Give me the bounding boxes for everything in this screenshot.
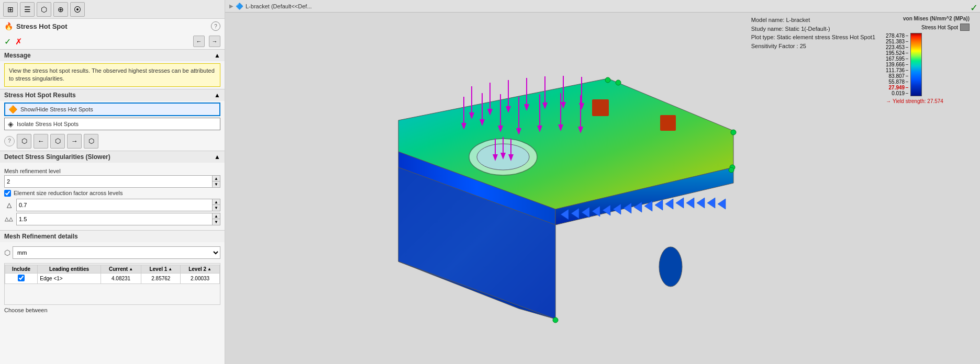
tick-8 (906, 82, 908, 82)
mesh-details-title: Mesh Refinement details (4, 233, 78, 240)
breadcrumb-bar: ▶ 🔷 L-bracket (Default<<Def... (225, 0, 980, 13)
spin-down-3[interactable]: ▼ (213, 219, 220, 225)
mesh-details-header: Mesh Refinement details (0, 231, 225, 242)
col-current: Current▲ (101, 265, 141, 273)
toolbar: ⊞ ☰ ⬡ ⊕ ⦿ (0, 0, 225, 19)
isolate-hotspots-button[interactable]: ◈ Isolate Stress Hot Spots (4, 118, 220, 130)
detect-section-header[interactable]: Detect Stress Singularities (Slower) ▲ (0, 151, 225, 163)
nav-icon-2[interactable]: ⬡ (50, 134, 65, 149)
multiplier-input[interactable] (16, 213, 212, 225)
element-size-input[interactable] (16, 199, 212, 211)
toolbar-btn-1[interactable]: ⊞ (3, 2, 18, 17)
unit-dropdown-row: ⬡ mm cm m in (0, 244, 225, 261)
spin-down-2[interactable]: ▼ (213, 205, 220, 211)
element-size-input-row: ▲ ▼ (16, 199, 220, 211)
cell-include[interactable] (5, 273, 38, 283)
multiplier-spinner: ▲ ▼ (212, 213, 220, 225)
cell-level2: 2.00033 (181, 273, 220, 283)
mesh-details-section: Mesh Refinement details ⬡ mm cm m in Inc… (0, 230, 225, 305)
nav-icon-1[interactable]: ⬡ (17, 134, 31, 149)
element-size-spinner: ▲ ▼ (212, 199, 220, 211)
tick-0 (906, 36, 908, 36)
cancel-button[interactable]: ✗ (15, 37, 22, 47)
tri-multi-icon: △△ (4, 214, 14, 224)
svg-point-46 (616, 80, 621, 85)
table-row: Edge <1> 4.08231 2.85762 2.00033 (5, 273, 220, 283)
yield-strength-row: → Yield strength: 27.574 (886, 98, 970, 104)
left-panel: ⊞ ☰ ⬡ ⊕ ⦿ 🔥 Stress Hot Spot ? ✓ ✗ ← → Me… (0, 0, 225, 364)
toolbar-btn-3[interactable]: ⬡ (37, 2, 51, 17)
cell-current: 4.08231 (101, 273, 141, 283)
col-level1: Level 1▲ (141, 265, 181, 273)
toolbar-btn-5[interactable]: ⦿ (70, 2, 85, 17)
message-section-header[interactable]: Message ▲ (0, 50, 225, 61)
svg-marker-61 (665, 199, 673, 209)
hotspot-label: Stress Hot Spot (921, 25, 958, 30)
element-size-checkbox-row: Element size reduction factor across lev… (4, 190, 220, 197)
element-size-checkbox[interactable] (4, 190, 11, 197)
svg-marker-62 (676, 198, 684, 208)
nav-help-circle[interactable]: ? (4, 136, 15, 146)
hotspot-collapse-icon: ▲ (214, 92, 220, 99)
3d-model-area (225, 13, 875, 364)
show-hide-hotspots-button[interactable]: 🔶 Show/Hide Stress Hot Spots (4, 103, 220, 116)
col-include: Include (5, 265, 38, 273)
spin-up-2[interactable]: ▲ (213, 199, 220, 206)
svg-marker-66 (718, 199, 726, 209)
row-checkbox[interactable] (18, 275, 25, 281)
toolbar-btn-2[interactable]: ☰ (20, 2, 35, 17)
nav-icons-row: ? ⬡ ← ⬡ → ⬡ (0, 132, 225, 151)
gradient-bar (910, 33, 922, 96)
legend-val-4: 167.595 (886, 56, 908, 62)
detect-section-title: Detect Stress Singularities (Slower) (4, 153, 110, 161)
hotspot-results-section: Stress Hot Spot Results ▲ 🔶 Show/Hide St… (0, 89, 225, 151)
help-icon[interactable]: ? (211, 21, 220, 31)
spin-down[interactable]: ▼ (213, 181, 220, 187)
detect-section: Detect Stress Singularities (Slower) ▲ M… (0, 151, 225, 230)
element-size-label: Element size reduction factor across lev… (14, 190, 122, 196)
unit-select[interactable]: mm cm m in (13, 246, 220, 259)
nav-icon-back[interactable]: ← (34, 134, 48, 149)
legend-val-7: 83.807 (889, 73, 909, 79)
show-hide-icon: 🔶 (8, 105, 17, 113)
isolate-icon: ◈ (8, 120, 14, 128)
legend-val-2: 223.453 (886, 44, 908, 50)
nav-icon-forward[interactable]: → (67, 134, 82, 149)
svg-point-8 (659, 247, 682, 287)
yield-arrow-icon: → (886, 98, 891, 104)
hotspot-color-box (960, 24, 970, 31)
tick-3 (906, 53, 908, 53)
viewport: ▶ 🔷 L-bracket (Default<<Def... Model nam… (225, 0, 980, 364)
panel-header: 🔥 Stress Hot Spot ? (0, 19, 225, 33)
tick-4 (906, 59, 908, 59)
legend-values: 278.478 251.383 223.453 195.524 167.595 (886, 33, 909, 96)
viewport-checkmark: ✓ (970, 2, 978, 14)
action-row: ✓ ✗ ← → (0, 33, 225, 49)
tick-1 (906, 41, 908, 42)
col-level2: Level 2▲ (181, 265, 220, 273)
nav-back-button[interactable]: ← (193, 36, 205, 47)
legend-title: von Mises (N/mm^2 (MPa)) (886, 16, 970, 21)
message-text: View the stress hot spot results. The ob… (4, 63, 220, 87)
panel-icon: 🔥 (4, 22, 13, 30)
gradient-row: 278.478 251.383 223.453 195.524 167.595 (886, 33, 970, 96)
mesh-table: Include Leading entities Current▲ Level … (5, 265, 220, 284)
mesh-refinement-input-row: ▲ ▼ (4, 175, 220, 188)
nav-forward-button[interactable]: → (209, 36, 220, 47)
svg-rect-10 (660, 115, 676, 131)
message-section: Message ▲ View the stress hot spot resul… (0, 49, 225, 89)
nav-icon-3[interactable]: ⬡ (84, 134, 98, 149)
hotspot-results-header[interactable]: Stress Hot Spot Results ▲ (0, 89, 225, 101)
detect-collapse-icon: ▲ (214, 153, 220, 161)
svg-point-50 (553, 317, 558, 323)
mesh-refinement-input[interactable] (4, 175, 212, 188)
hotspot-results-title: Stress Hot Spot Results (4, 92, 76, 99)
legend-val-0: 278.478 (886, 33, 908, 39)
toolbar-btn-4[interactable]: ⊕ (53, 2, 68, 17)
spin-up[interactable]: ▲ (213, 176, 220, 182)
svg-point-49 (729, 167, 734, 173)
spin-up-3[interactable]: ▲ (213, 213, 220, 220)
detect-section-content: Mesh refinement level ▲ ▼ Element size r… (0, 163, 225, 230)
confirm-button[interactable]: ✓ (4, 37, 11, 47)
multiplier-row: △△ ▲ ▼ (4, 213, 220, 225)
